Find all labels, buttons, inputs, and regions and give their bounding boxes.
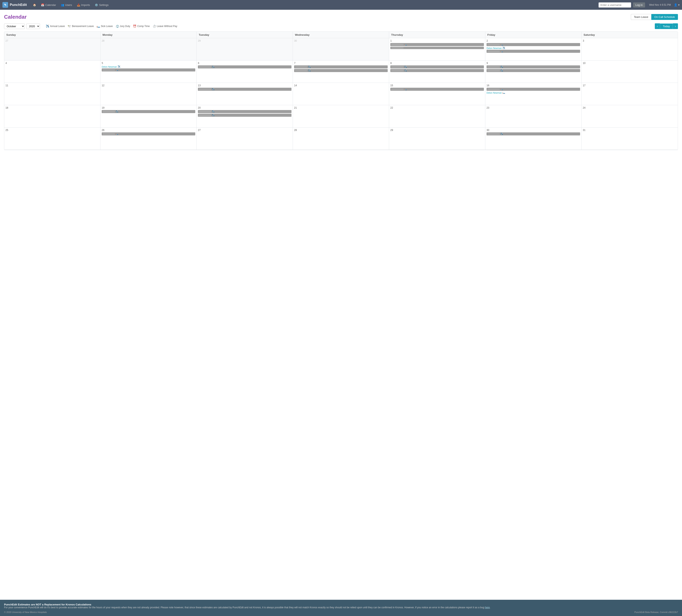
day-number: 23 xyxy=(486,106,580,109)
legend-annual-leave: ✈️ Annual Leave xyxy=(46,25,65,28)
day-number: 17 xyxy=(583,84,677,87)
cal-cell-28[interactable]: 28 xyxy=(100,38,197,61)
legend-leave-no-pay: ⏱️ Leave Without Pay xyxy=(153,25,177,28)
day-number: 11 xyxy=(5,84,99,87)
leave-bar[interactable]: ✈️ xyxy=(294,65,388,68)
cal-cell-2[interactable]: 2 🛏️Delon Newman ✈️ 🛏️ xyxy=(485,38,582,61)
user-dropdown-icon[interactable]: 👤 ▾ xyxy=(674,3,680,6)
person-link[interactable]: Delon Newman 🛏️ xyxy=(486,91,580,94)
cal-cell-3[interactable]: 3 xyxy=(582,38,678,61)
nav-users[interactable]: 👥 Users xyxy=(59,2,74,8)
legend: ✈️ Annual Leave 🕊️ Bereavement Leave 🛏️ … xyxy=(46,25,653,28)
cal-cell-30[interactable]: 30 xyxy=(293,38,389,61)
person-link[interactable]: Delon Newman ✈️ xyxy=(486,47,580,49)
login-button[interactable]: Log in xyxy=(633,2,645,7)
page-header: Calendar Team Leave On Call Schedule xyxy=(4,14,678,20)
cal-cell-5[interactable]: 5Delon Newman ✈️ 🛏️ xyxy=(100,61,197,83)
main-nav: 🏠 📅 Calendar 👥 Users 📤 Imports ⚙️ Settin… xyxy=(31,2,598,8)
calendar-header: Sunday Monday Tuesday Wednesday Thursday… xyxy=(4,32,678,38)
next-button[interactable]: › xyxy=(673,23,678,29)
nav-calendar[interactable]: 📅 Calendar xyxy=(39,2,58,8)
day-number: 6 xyxy=(198,62,292,65)
footer-warning: PunchEdit Estimates are NOT a Replacemen… xyxy=(4,603,678,609)
leave-bar[interactable]: 🛏️ xyxy=(486,43,580,46)
footer-bottom: © 2020 University of New Mexico Hospital… xyxy=(4,611,678,613)
person-link[interactable]: Delon Newman ✈️ xyxy=(102,65,195,68)
leave-bar[interactable]: ✈️ xyxy=(198,65,292,68)
leave-bar[interactable]: ✈️ xyxy=(198,88,292,91)
cal-cell-24[interactable]: 24 xyxy=(582,105,678,128)
cal-cell-27[interactable]: 27 xyxy=(4,38,100,61)
cal-cell-4[interactable]: 4 xyxy=(4,61,100,83)
leave-bar[interactable]: ✈️ xyxy=(198,114,292,117)
bug-report-link[interactable]: here xyxy=(485,606,490,609)
cal-cell-9[interactable]: 9 ✈️ ✈️ xyxy=(485,61,582,83)
nav-settings[interactable]: ⚙️ Settings xyxy=(93,2,111,8)
day-number: 1 xyxy=(390,39,484,42)
prev-button[interactable]: ‹ xyxy=(655,23,660,29)
cal-cell-29[interactable]: 29 xyxy=(197,38,293,61)
cal-cell-27[interactable]: 27 xyxy=(197,128,293,150)
day-number: 2 xyxy=(486,39,580,42)
leave-bar[interactable]: ✈️ xyxy=(294,69,388,72)
day-number: 16 xyxy=(486,84,580,87)
cal-cell-30[interactable]: 30 ✈️ xyxy=(485,128,582,150)
cal-cell-10[interactable]: 10 xyxy=(582,61,678,83)
leave-bar[interactable]: ✈️ xyxy=(390,69,484,72)
header-saturday: Saturday xyxy=(582,32,678,38)
cal-cell-13[interactable]: 13 ✈️ xyxy=(197,83,293,105)
on-call-button[interactable]: On Call Schedule xyxy=(651,14,678,20)
leave-bar[interactable]: ✈️ xyxy=(390,65,484,68)
cal-cell-8[interactable]: 8 ✈️ ✈️ xyxy=(389,61,485,83)
cal-cell-18[interactable]: 18 xyxy=(4,105,100,128)
cal-cell-25[interactable]: 25 xyxy=(4,128,100,150)
cal-cell-11[interactable]: 11 xyxy=(4,83,100,105)
leave-bar[interactable]: 🛏️ xyxy=(102,68,195,71)
cal-cell-26[interactable]: 26 🛏️ xyxy=(100,128,197,150)
cal-cell-19[interactable]: 19 ✈️ xyxy=(100,105,197,128)
cal-cell-22[interactable]: 22 xyxy=(389,105,485,128)
leave-bar[interactable]: 🛏️ xyxy=(486,50,580,53)
leave-bar[interactable]: 🛏️ xyxy=(390,43,484,46)
jury-duty-icon: ⚖️ xyxy=(116,25,119,28)
year-select[interactable]: 201920202021 xyxy=(26,24,40,29)
legend-comp-time: ⏰ Comp Time xyxy=(133,25,150,28)
version: PunchEdit Beta Release, Commit c96222b7 xyxy=(634,611,678,613)
cal-cell-6[interactable]: 6 ✈️ xyxy=(197,61,293,83)
username-input[interactable] xyxy=(598,2,631,7)
topbar: ✎ PunchEdit 🏠 📅 Calendar 👥 Users 📤 Impor… xyxy=(0,0,682,10)
cal-cell-28[interactable]: 28 xyxy=(293,128,389,150)
header-monday: Monday xyxy=(100,32,197,38)
nav-imports[interactable]: 📤 Imports xyxy=(75,2,92,8)
cal-cell-21[interactable]: 21 xyxy=(293,105,389,128)
leave-bar[interactable]: ✈️ xyxy=(486,132,580,135)
month-select[interactable]: JanuaryFebruaryMarch AprilMayJune JulyAu… xyxy=(4,24,25,29)
brand-link[interactable]: ✎ PunchEdit xyxy=(2,2,27,8)
day-number: 30 xyxy=(486,129,580,132)
cal-cell-12[interactable]: 12 xyxy=(100,83,197,105)
users-icon: 👥 xyxy=(61,3,64,6)
leave-bar[interactable]: ✈️ xyxy=(102,110,195,113)
cal-cell-14[interactable]: 14 xyxy=(293,83,389,105)
cal-cell-1[interactable]: 1 🛏️ xyxy=(389,38,485,61)
cal-cell-31[interactable]: 31 xyxy=(582,128,678,150)
nav-home[interactable]: 🏠 xyxy=(31,2,38,8)
leave-bar[interactable]: 🛏️ xyxy=(102,132,195,135)
leave-bar[interactable]: 🛏️ xyxy=(486,88,580,91)
legend-bereavement: 🕊️ Bereavement Leave xyxy=(68,25,94,28)
leave-bar[interactable]: 🛏️ xyxy=(390,88,484,91)
cal-cell-16[interactable]: 16 🛏️Delon Newman 🛏️ xyxy=(485,83,582,105)
imports-icon: 📤 xyxy=(77,3,80,6)
leave-bar[interactable]: ✈️ xyxy=(486,65,580,68)
cal-cell-7[interactable]: 7 ✈️ ✈️ xyxy=(293,61,389,83)
cal-cell-17[interactable]: 17 xyxy=(582,83,678,105)
team-leave-button[interactable]: Team Leave xyxy=(631,14,651,20)
leave-bar[interactable]: ✈️ xyxy=(198,110,292,113)
leave-bar[interactable]: ✈️ xyxy=(486,69,580,72)
leave-bar[interactable] xyxy=(390,47,484,49)
today-button[interactable]: Today xyxy=(660,24,673,29)
cal-cell-29[interactable]: 29 xyxy=(389,128,485,150)
cal-cell-23[interactable]: 23 xyxy=(485,105,582,128)
cal-cell-15[interactable]: 15 🛏️ xyxy=(389,83,485,105)
cal-cell-20[interactable]: 20 ✈️ ✈️ xyxy=(197,105,293,128)
